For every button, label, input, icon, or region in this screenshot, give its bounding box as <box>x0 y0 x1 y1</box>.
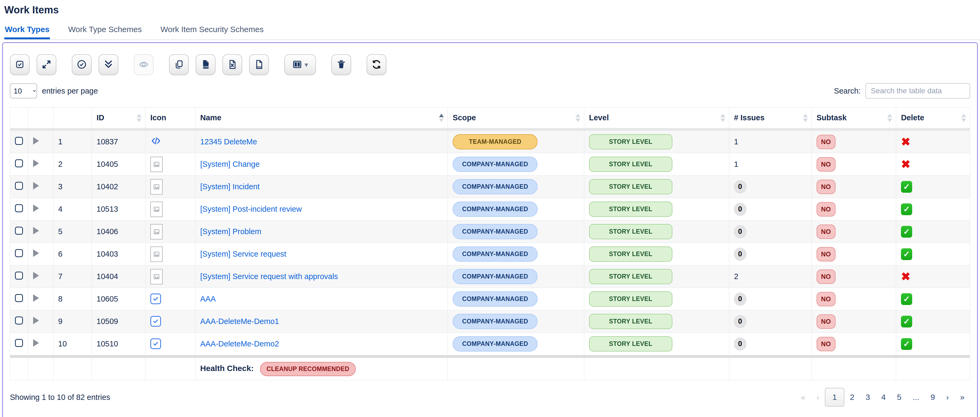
row-checkbox[interactable] <box>15 272 23 280</box>
delete-allowed-icon[interactable]: ✓ <box>901 226 912 238</box>
health-check-label: Health Check: <box>200 364 254 372</box>
work-type-name-link[interactable]: [System] Incident <box>200 182 259 191</box>
next-page-button[interactable]: › <box>940 388 955 406</box>
expand-row-icon[interactable] <box>33 227 39 235</box>
work-type-name-link[interactable]: 12345 DeleteMe <box>200 137 257 146</box>
table-row: 910509AAA-DeleteMe-Demo1COMPANY-MANAGEDS… <box>10 310 970 333</box>
delete-selected-button[interactable] <box>331 54 351 75</box>
row-checkbox[interactable] <box>15 294 23 302</box>
page-button-4[interactable]: 4 <box>876 388 891 406</box>
column-header-delete[interactable]: Delete <box>896 107 970 128</box>
id-cell: 10605 <box>92 288 145 310</box>
row-checkbox[interactable] <box>15 227 23 235</box>
subtask-badge: NO <box>816 270 835 284</box>
expand-row-icon[interactable] <box>33 294 39 302</box>
expand-row-icon[interactable] <box>33 317 39 324</box>
double-chevron-down-icon <box>103 59 114 70</box>
column-header-id[interactable]: ID <box>92 107 145 128</box>
delete-allowed-icon[interactable]: ✓ <box>901 293 912 305</box>
work-type-name-link[interactable]: [System] Problem <box>200 227 261 236</box>
page-button-2[interactable]: 2 <box>844 388 860 406</box>
scope-badge: TEAM-MANAGED <box>453 134 538 149</box>
expand-row-icon[interactable] <box>33 205 39 212</box>
page-button-5[interactable]: 5 <box>891 388 907 406</box>
work-type-name-link[interactable]: AAA-DeleteMe-Demo1 <box>200 317 279 326</box>
expand-row-icon[interactable] <box>33 137 39 145</box>
subtask-badge: NO <box>816 225 835 239</box>
column-header-blank-row-number <box>53 107 92 128</box>
column-header-subtask[interactable]: Subtask <box>811 107 896 128</box>
table-row: 210405[System] ChangeCOMPANY-MANAGEDSTOR… <box>10 153 970 176</box>
image-placeholder-icon <box>150 269 162 284</box>
sort-icon <box>137 113 142 122</box>
icon-cell <box>145 243 195 265</box>
tab-work-item-security-schemes[interactable]: Work Item Security Schemes <box>160 23 264 39</box>
subtask-badge: NO <box>816 337 835 351</box>
work-type-name-link[interactable]: [System] Post-incident review <box>200 205 302 213</box>
row-checkbox[interactable] <box>15 249 23 257</box>
row-checkbox[interactable] <box>15 159 23 167</box>
refresh-icon <box>371 59 382 70</box>
export-excel-button[interactable] <box>223 54 242 75</box>
delete-allowed-icon[interactable]: ✓ <box>901 181 912 193</box>
page-current[interactable]: 1 <box>825 388 844 407</box>
file-pdf-icon: PDF <box>254 59 264 70</box>
expand-rows-button[interactable] <box>37 54 56 75</box>
copy-button[interactable] <box>169 54 189 75</box>
level-badge: STORY LEVEL <box>589 201 672 217</box>
row-checkbox[interactable] <box>15 204 23 212</box>
page-size-select[interactable]: 10 <box>10 83 37 98</box>
delete-allowed-icon[interactable]: ✓ <box>901 338 912 350</box>
scope-badge: COMPANY-MANAGED <box>453 291 538 307</box>
delete-allowed-icon[interactable]: ✓ <box>901 248 912 260</box>
work-type-name-link[interactable]: [System] Service request with approvals <box>200 272 338 281</box>
row-checkbox[interactable] <box>15 137 23 145</box>
page-ellipsis: ... <box>907 388 925 406</box>
scope-badge: COMPANY-MANAGED <box>453 201 538 217</box>
row-checkbox[interactable] <box>15 316 23 324</box>
expand-row-icon[interactable] <box>33 182 39 190</box>
page-button-9[interactable]: 9 <box>925 388 941 406</box>
delete-allowed-icon[interactable]: ✓ <box>901 203 912 215</box>
expand-row-icon[interactable] <box>33 339 39 347</box>
tab-work-types[interactable]: Work Types <box>4 23 50 39</box>
first-page-button: « <box>795 388 811 406</box>
check-circle-icon <box>76 59 87 70</box>
search-input[interactable] <box>865 83 970 99</box>
page-button-3[interactable]: 3 <box>860 388 876 406</box>
row-checkbox[interactable] <box>15 182 23 190</box>
scope-badge: COMPANY-MANAGED <box>453 224 538 239</box>
id-cell: 10509 <box>92 310 145 333</box>
expand-row-icon[interactable] <box>33 272 39 280</box>
task-check-icon <box>150 339 161 349</box>
image-placeholder-icon <box>150 201 162 217</box>
work-type-name-link[interactable]: [System] Change <box>200 160 259 168</box>
tab-work-type-schemes[interactable]: Work Type Schemes <box>68 23 142 39</box>
collapse-all-button[interactable] <box>99 54 118 75</box>
column-visibility-button[interactable]: ▾ <box>285 54 316 75</box>
select-rows-button[interactable] <box>10 54 30 75</box>
delete-allowed-icon[interactable]: ✓ <box>901 316 912 328</box>
icon-cell <box>145 333 195 355</box>
entries-summary: Showing 1 to 10 of 82 entries <box>10 393 110 402</box>
export-csv-button[interactable]: CSV <box>196 54 215 75</box>
sort-icon <box>887 113 892 122</box>
row-checkbox[interactable] <box>15 339 23 347</box>
code-icon <box>150 139 162 148</box>
export-pdf-button[interactable]: PDF <box>249 54 269 75</box>
table-row: 810605AAACOMPANY-MANAGEDSTORY LEVEL0NO✓ <box>10 288 970 310</box>
work-type-name-link[interactable]: AAA-DeleteMe-Demo2 <box>200 339 279 348</box>
work-type-name-link[interactable]: AAA <box>200 295 216 303</box>
last-page-button[interactable]: » <box>955 388 970 406</box>
scope-badge: COMPANY-MANAGED <box>453 269 538 284</box>
column-header-level[interactable]: Level <box>584 107 729 128</box>
expand-row-icon[interactable] <box>33 160 39 167</box>
id-cell: 10404 <box>92 265 145 288</box>
column-header-issues[interactable]: # Issues <box>729 107 811 128</box>
work-type-name-link[interactable]: [System] Service request <box>200 250 286 258</box>
select-all-button[interactable] <box>72 54 92 75</box>
column-header-name[interactable]: Name <box>195 107 447 128</box>
refresh-button[interactable] <box>367 54 387 75</box>
column-header-scope[interactable]: Scope <box>448 107 584 128</box>
expand-row-icon[interactable] <box>33 249 39 257</box>
